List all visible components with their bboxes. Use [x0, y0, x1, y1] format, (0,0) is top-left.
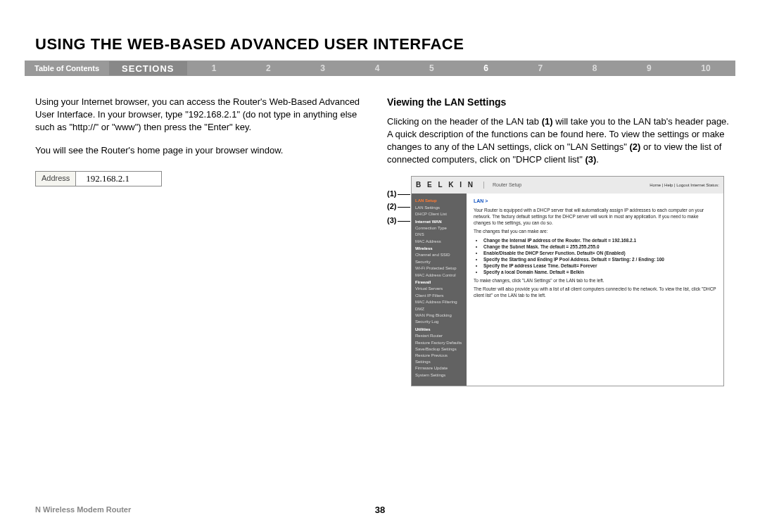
- side-save-backup[interactable]: Save/Backup Settings: [415, 346, 463, 352]
- router-setup-title: Router Setup: [483, 182, 521, 189]
- side-mac-filtering[interactable]: MAC Address Filtering: [415, 299, 463, 305]
- footer-product: N Wireless Modem Router: [35, 505, 131, 514]
- side-dns[interactable]: DNS: [415, 232, 463, 237]
- router-p3: To make changes, click "LAN Settings" or…: [474, 277, 716, 284]
- side-virtual-servers[interactable]: Virtual Servers: [415, 286, 463, 291]
- callout-3: (3): [387, 215, 410, 226]
- section-link-3[interactable]: 3: [315, 63, 331, 73]
- router-li2: Change the Subnet Mask. The default = 25…: [483, 243, 716, 250]
- section-nav-strip: Table of Contents SECTIONS 1 2 3 4 5 6 7…: [25, 61, 735, 76]
- section-link-10[interactable]: 10: [695, 63, 716, 73]
- side-restore-prev[interactable]: Restore Previous Settings: [415, 353, 463, 365]
- section-link-9[interactable]: 9: [641, 63, 657, 73]
- belkin-logo: B E L K I N: [416, 180, 475, 190]
- side-fw-update[interactable]: Firmware Update: [415, 365, 463, 371]
- side-lan-settings[interactable]: LAN Settings: [415, 205, 463, 210]
- side-factory[interactable]: Restore Factory Defaults: [415, 340, 463, 346]
- side-firewall[interactable]: Firewall: [415, 279, 463, 285]
- side-security[interactable]: Security: [415, 259, 463, 265]
- side-security-log[interactable]: Security Log: [415, 319, 463, 324]
- router-p1: Your Router is equipped with a DHCP serv…: [474, 207, 716, 226]
- router-li6: Specify a local Domain Name. Default = B…: [483, 269, 716, 275]
- side-channel-ssid[interactable]: Channel and SSID: [415, 252, 463, 258]
- section-link-7[interactable]: 7: [532, 63, 548, 73]
- side-utilities[interactable]: Utilities: [415, 327, 463, 332]
- lan-heading: Viewing the LAN Settings: [387, 96, 732, 110]
- router-li4: Specify the Starting and Ending IP Pool …: [483, 256, 716, 262]
- right-column: Viewing the LAN Settings Clicking on the…: [387, 96, 732, 386]
- side-wps[interactable]: Wi-Fi Protected Setup: [415, 265, 463, 271]
- callout-1: (1): [387, 189, 410, 199]
- side-mac-control[interactable]: MAC Address Control: [415, 272, 463, 278]
- section-link-2[interactable]: 2: [260, 63, 277, 73]
- side-dmz[interactable]: DMZ: [415, 306, 463, 312]
- router-top-links: Home | Help | Logout Internet Status:: [650, 182, 719, 188]
- side-restart[interactable]: Restart Router: [415, 333, 463, 338]
- address-value: 192.168.2.1: [75, 172, 161, 186]
- side-conn-type[interactable]: Connection Type: [415, 225, 463, 231]
- sections-label: SECTIONS: [109, 61, 186, 75]
- side-wireless[interactable]: Wireless: [415, 246, 463, 251]
- section-link-1[interactable]: 1: [206, 63, 222, 73]
- page-title: USING THE WEB-BASED ADVANCED USER INTERF…: [0, 0, 760, 61]
- router-li1: Change the Internal IP address of the Ro…: [483, 237, 716, 243]
- router-sidebar: LAN Setup LAN Settings DHCP Client List …: [412, 194, 467, 386]
- section-link-8[interactable]: 8: [587, 63, 603, 73]
- side-wan-ping[interactable]: WAN Ping Blocking: [415, 312, 463, 318]
- router-li5: Specify the IP address Lease Time. Defau…: [483, 262, 716, 269]
- router-p2: The changes that you can make are:: [474, 228, 716, 234]
- side-client-filters[interactable]: Client IP Filters: [415, 293, 463, 298]
- lan-paragraph: Clicking on the header of the LAN tab (1…: [387, 115, 732, 167]
- router-screenshot: B E L K I N Router Setup Home | Help | L…: [411, 176, 724, 386]
- side-internet-wan[interactable]: Internet WAN: [415, 219, 463, 224]
- section-link-6[interactable]: 6: [478, 63, 494, 73]
- router-main-panel: LAN > Your Router is equipped with a DHC…: [467, 194, 723, 386]
- address-label: Address: [36, 172, 75, 186]
- router-li3: Enable/Disable the DHCP Server Function.…: [483, 250, 716, 256]
- left-column: Using your Internet browser, you can acc…: [35, 96, 366, 386]
- address-bar: Address 192.168.2.1: [35, 171, 162, 186]
- router-p4: The Router will also provide you with a …: [474, 286, 716, 298]
- toc-link[interactable]: Table of Contents: [25, 64, 109, 72]
- side-lan-setup[interactable]: LAN Setup: [415, 198, 463, 203]
- side-mac-address[interactable]: MAC Address: [415, 239, 463, 244]
- callout-2: (2): [387, 201, 410, 212]
- intro-paragraph-1: Using your Internet browser, you can acc…: [35, 96, 366, 134]
- section-link-4[interactable]: 4: [369, 63, 386, 73]
- page-number: 38: [375, 505, 385, 515]
- section-link-5[interactable]: 5: [424, 63, 440, 73]
- lan-header-link[interactable]: LAN >: [474, 198, 716, 205]
- intro-paragraph-2: You will see the Router's home page in y…: [35, 144, 366, 157]
- side-dhcp-list[interactable]: DHCP Client List: [415, 211, 463, 217]
- side-sys-settings[interactable]: System Settings: [415, 372, 463, 378]
